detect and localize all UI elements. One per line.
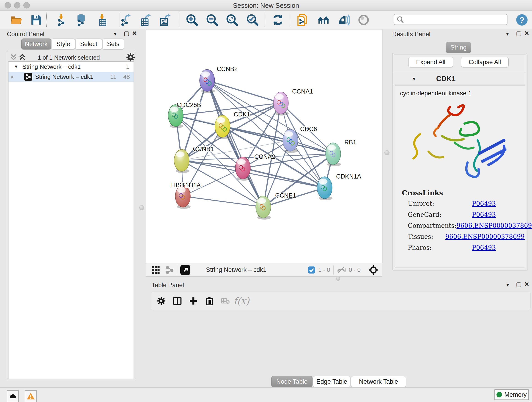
node-CCNA2[interactable] [235, 157, 251, 181]
network-options-gear-icon[interactable] [126, 53, 135, 62]
hidden-items-eye-icon[interactable] [337, 266, 346, 274]
warnings-button[interactable] [25, 390, 37, 402]
edge-CCNB2-CCNE1[interactable] [207, 80, 263, 207]
right-splitter-handle[interactable] [385, 150, 389, 155]
node-CDC6[interactable] [283, 129, 298, 153]
crosslink-row: GeneCard:P06493 [408, 211, 525, 218]
collection-expander-icon[interactable]: ▼ [14, 64, 18, 69]
tab-edge-table[interactable]: Edge Table [313, 376, 351, 387]
tab-network[interactable]: Network [21, 38, 51, 50]
node-CDKN1A[interactable] [317, 177, 332, 200]
crosslink-value-link[interactable]: 9606.ENSP00000378699 [456, 222, 532, 229]
memory-label: Memory [504, 391, 527, 398]
zoom-fit-button[interactable] [226, 13, 239, 26]
function-builder-icon[interactable]: f(x) [234, 294, 249, 307]
node-RB1[interactable] [326, 143, 341, 166]
network-collection-row[interactable]: ▼ String Network – cdk1 1 [8, 62, 133, 72]
string-home-button[interactable] [317, 13, 330, 26]
protein-expander-icon[interactable]: ▼ [412, 76, 417, 82]
birds-eye-crosshair-icon[interactable] [368, 265, 379, 275]
tab-sets[interactable]: Sets [102, 38, 124, 50]
node-label-CCNB1: CCNB1 [193, 146, 214, 153]
crosslink-row: Compartments:9606.ENSP00000378699 [408, 222, 525, 229]
import-table-file-button[interactable] [96, 13, 109, 26]
results-panel-float-button[interactable]: ▢ [516, 30, 522, 36]
node-CCNB2[interactable] [200, 70, 215, 93]
results-panel-close-button[interactable]: ✕ [524, 30, 529, 36]
node-label-CDKN1A: CDKN1A [336, 173, 361, 180]
network-selection-summary: 1 of 1 Network selected [2, 54, 136, 61]
view-single-mode-icon[interactable] [165, 266, 174, 274]
results-panel-menu-button[interactable]: ▼ [505, 32, 510, 36]
export-image-button[interactable] [159, 13, 172, 26]
crosslink-value-link[interactable]: P06493 [472, 200, 496, 207]
expand-all-button[interactable]: Expand All [408, 57, 453, 67]
crosslink-row: Tissues:9606.ENSP00000378699 [408, 233, 525, 240]
show-columns-icon[interactable] [169, 294, 185, 307]
import-network-database-button[interactable] [75, 13, 88, 26]
delete-table-icon[interactable] [217, 294, 234, 307]
zoom-selected-button[interactable] [246, 13, 259, 26]
crosslinks-list: Uniprot:P06493GeneCard:P06493Compartment… [408, 200, 525, 251]
zoom-out-icon-button[interactable] [206, 13, 219, 26]
node-CCNB1[interactable] [174, 149, 190, 173]
table-panel-close-button[interactable]: ✕ [524, 281, 529, 287]
table-panel-menu-button[interactable]: ▼ [505, 283, 510, 287]
detach-view-button[interactable] [180, 265, 190, 275]
string-query-button[interactable] [297, 13, 310, 26]
node-CCNE1[interactable] [256, 196, 271, 220]
control-panel-menu-button[interactable]: ▼ [113, 32, 118, 36]
network-row-label: String Network – cdk1 [35, 73, 93, 80]
import-network-file-button[interactable] [56, 13, 68, 26]
edge-CCNB2-CCNA1[interactable] [207, 80, 281, 103]
string-glass-effect-button[interactable] [337, 13, 350, 26]
table-panel-float-button[interactable]: ▢ [516, 281, 522, 287]
tab-network-table[interactable]: Network Table [351, 376, 406, 387]
network-canvas[interactable]: CCNB2CCNA1CDC25BCDK1CDC6RB1CCNB1CCNA2CDK… [146, 30, 383, 263]
tab-select[interactable]: Select [75, 38, 102, 50]
crosslink-label: Pharos: [408, 244, 472, 251]
crosslink-value-link[interactable]: P06493 [472, 211, 496, 218]
network-row-selected[interactable]: ● String Network – cdk1 11 48 [8, 72, 133, 82]
collapse-all-button[interactable]: Collapse All [461, 57, 509, 67]
zoom-in-icon-button[interactable] [186, 13, 198, 26]
tab-style[interactable]: Style [51, 38, 75, 50]
edge-CCNB1-CCNA2[interactable] [182, 160, 243, 168]
node-label-CCNA1: CCNA1 [292, 88, 313, 95]
string-show-structures-button[interactable] [357, 13, 370, 26]
tab-node-table[interactable]: Node Table [271, 376, 312, 387]
open-session-button[interactable] [10, 13, 22, 26]
node-HIST1H1A[interactable] [175, 185, 191, 209]
memory-button[interactable]: Memory [494, 389, 529, 400]
refresh-view-button[interactable] [272, 13, 284, 26]
left-splitter-handle[interactable] [139, 205, 144, 210]
tab-string-results[interactable]: String [446, 42, 471, 53]
control-panel-title: Control Panel [7, 31, 44, 38]
hidden-node-edge-counts: 0 - 0 [349, 266, 361, 274]
edge-CCNE1-HIST1H1A[interactable] [183, 196, 263, 207]
control-panel-close-button[interactable]: ✕ [132, 30, 137, 36]
table-options-gear-icon[interactable] [153, 294, 169, 307]
save-session-button[interactable] [30, 13, 43, 26]
add-column-icon[interactable] [185, 294, 201, 307]
help-button[interactable]: ? [515, 13, 528, 26]
node-label-CDC6: CDC6 [300, 126, 317, 133]
node-label-CDC25B: CDC25B [177, 102, 201, 108]
toolbar-separator [46, 13, 47, 27]
crosslink-value-link[interactable]: 9606.ENSP00000378699 [445, 233, 525, 240]
cloud-status-button[interactable] [7, 390, 19, 402]
arrow-up-right-icon [182, 267, 188, 273]
table-panel: Table Panel ▼ ▢ ✕ f(x) shared namenameca… [148, 280, 532, 384]
view-grid-mode-icon[interactable] [152, 266, 160, 274]
search-input[interactable] [394, 14, 507, 25]
delete-column-trash-icon[interactable] [201, 294, 217, 307]
export-network-button[interactable] [120, 13, 133, 26]
control-panel-float-button[interactable]: ▢ [124, 30, 129, 36]
protein-section-header[interactable]: ▼ CDK1 [394, 73, 526, 85]
crosslink-value-link[interactable]: P06493 [472, 244, 496, 251]
node-label-CCNE1: CCNE1 [275, 192, 296, 199]
node-label-RB1: RB1 [344, 139, 356, 146]
current-network-dot-icon: ● [11, 74, 13, 80]
export-table-button[interactable] [139, 13, 152, 26]
selected-items-checkbox-icon[interactable] [308, 266, 316, 274]
